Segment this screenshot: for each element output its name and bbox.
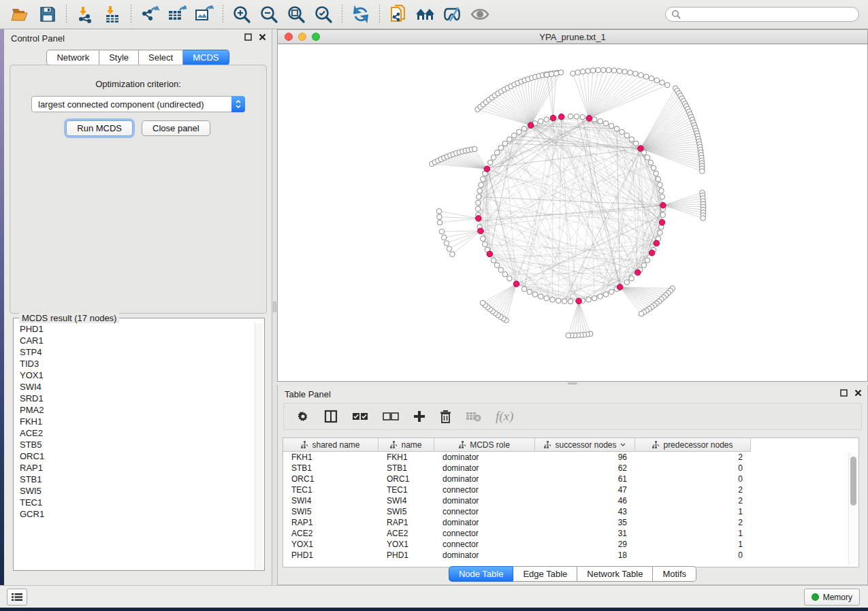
graph-mcds-node[interactable]	[635, 269, 641, 276]
graph-node[interactable]	[550, 297, 556, 303]
tab-select[interactable]: Select	[139, 50, 183, 65]
graph-node[interactable]	[660, 212, 666, 218]
mcds-result-item[interactable]: ACE2	[14, 427, 255, 439]
graph-node[interactable]	[574, 114, 579, 119]
graph-mcds-node[interactable]	[649, 250, 655, 256]
select-all-rows-icon[interactable]	[352, 412, 368, 421]
mcds-result-item[interactable]: GCR1	[14, 508, 255, 520]
graph-leaf-node[interactable]	[450, 252, 455, 257]
graph-mcds-node[interactable]	[528, 122, 534, 129]
graph-mcds-node[interactable]	[617, 284, 623, 291]
column-header-shared-name[interactable]: shared name	[283, 438, 379, 452]
close-panel-icon[interactable]	[259, 33, 266, 41]
mcds-result-item[interactable]: SWI4	[14, 381, 255, 393]
add-column-icon[interactable]	[413, 410, 425, 423]
graph-mcds-node[interactable]	[659, 220, 665, 226]
graph-node[interactable]	[651, 165, 656, 171]
graph-leaf-node[interactable]	[699, 169, 705, 174]
table-row[interactable]: PHD1PHD1dominator180	[283, 550, 848, 561]
graph-node[interactable]	[645, 258, 650, 263]
graph-node[interactable]	[475, 206, 481, 212]
graph-node[interactable]	[480, 176, 485, 182]
hide-network-overlay-icon[interactable]	[441, 3, 464, 26]
graph-node[interactable]	[494, 263, 500, 268]
graph-node[interactable]	[502, 271, 508, 277]
table-row[interactable]: ACE2ACE2connector311	[283, 528, 848, 539]
graph-node[interactable]	[580, 114, 585, 120]
import-network-icon[interactable]	[74, 3, 97, 26]
zoom-out-icon[interactable]	[257, 3, 280, 26]
graph-node[interactable]	[624, 133, 630, 138]
table-scrollbar-thumb[interactable]	[850, 457, 856, 506]
mcds-result-item[interactable]: CAR1	[14, 335, 255, 346]
graph-node[interactable]	[656, 176, 661, 182]
graph-leaf-node[interactable]	[639, 73, 644, 78]
graph-mcds-node[interactable]	[487, 251, 493, 257]
graph-node[interactable]	[476, 194, 481, 199]
graph-leaf-node[interactable]	[580, 69, 585, 74]
graph-node[interactable]	[645, 155, 650, 161]
graph-leaf-node[interactable]	[664, 82, 670, 88]
graph-node[interactable]	[598, 118, 603, 124]
graph-node[interactable]	[507, 276, 513, 281]
tab-node-table[interactable]: Node Table	[449, 566, 514, 582]
graph-node[interactable]	[624, 280, 630, 285]
maximize-window-icon[interactable]	[312, 33, 320, 41]
graph-mcds-node[interactable]	[654, 240, 660, 246]
graph-leaf-node[interactable]	[633, 71, 639, 77]
mcds-result-scrollbar[interactable]	[255, 323, 263, 569]
graph-node[interactable]	[641, 263, 647, 268]
mcds-result-item[interactable]: TEC1	[14, 497, 255, 508]
graph-node[interactable]	[538, 294, 543, 299]
tab-mcds[interactable]: MCDS	[183, 50, 229, 65]
graph-node[interactable]	[609, 123, 614, 129]
table-row[interactable]: STB1STB1dominator620	[283, 463, 848, 474]
graph-node[interactable]	[479, 182, 484, 188]
graph-node[interactable]	[521, 126, 527, 131]
table-row[interactable]: TEC1TEC1connector472	[283, 484, 848, 495]
graph-mcds-node[interactable]	[484, 166, 490, 172]
graph-mcds-node[interactable]	[558, 114, 564, 120]
refresh-icon[interactable]	[349, 3, 372, 26]
share-network-icon[interactable]	[387, 3, 410, 26]
run-mcds-button[interactable]: Run MCDS	[66, 120, 133, 136]
graph-node[interactable]	[532, 292, 538, 297]
column-header-MCDS-role[interactable]: MCDS role	[434, 438, 535, 452]
zoom-fit-icon[interactable]	[285, 3, 308, 26]
close-window-icon[interactable]	[285, 33, 293, 41]
graph-node[interactable]	[654, 171, 659, 176]
mcds-result-item[interactable]: STP4	[14, 346, 255, 358]
float-panel-icon[interactable]	[840, 389, 848, 397]
graph-leaf-node[interactable]	[544, 72, 549, 78]
mcds-result-item[interactable]: PMA2	[14, 404, 255, 416]
column-header-name[interactable]: name	[379, 438, 434, 452]
graph-leaf-node[interactable]	[622, 69, 628, 75]
graph-mcds-node[interactable]	[478, 228, 484, 234]
graph-node[interactable]	[487, 160, 493, 165]
graph-node[interactable]	[648, 160, 654, 165]
graph-leaf-node[interactable]	[439, 229, 445, 235]
graph-node[interactable]	[562, 299, 567, 304]
close-panel-icon[interactable]	[854, 389, 862, 397]
deselect-all-rows-icon[interactable]	[383, 412, 399, 421]
export-image-icon[interactable]	[193, 3, 216, 26]
graph-node[interactable]	[494, 150, 500, 155]
tab-edge-table[interactable]: Edge Table	[513, 566, 577, 582]
graph-node[interactable]	[633, 141, 639, 146]
import-table-icon[interactable]	[101, 3, 124, 26]
table-scrollbar[interactable]	[848, 453, 857, 565]
table-row[interactable]: SWI4SWI4dominator462	[283, 495, 848, 506]
graph-node[interactable]	[544, 296, 549, 301]
graph-leaf-node[interactable]	[596, 67, 601, 73]
graph-leaf-node[interactable]	[701, 216, 706, 221]
graph-leaf-node[interactable]	[606, 67, 611, 73]
zoom-in-icon[interactable]	[230, 3, 253, 26]
graph-leaf-node[interactable]	[660, 80, 665, 86]
mcds-result-list[interactable]: PHD1CAR1STP4TID3YOX1SWI4SRD1PMA2FKH1ACE2…	[14, 323, 255, 569]
graph-node[interactable]	[629, 276, 634, 281]
graph-leaf-node[interactable]	[585, 68, 591, 73]
mcds-result-item[interactable]: ORC1	[14, 450, 255, 462]
graph-node[interactable]	[620, 129, 625, 135]
graph-node[interactable]	[603, 121, 609, 127]
table-body[interactable]: FKH1FKH1dominator962STB1STB1dominator620…	[283, 452, 848, 567]
